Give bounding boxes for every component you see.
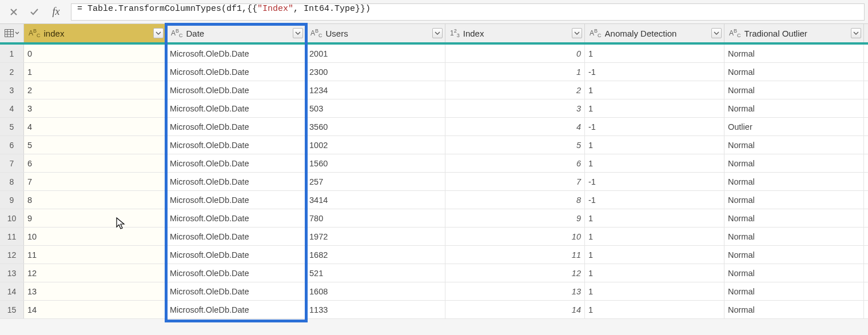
cell-date[interactable]: Microsoft.OleDb.Date (166, 63, 306, 81)
cell-idx2[interactable]: 10 (445, 228, 585, 245)
cell-trad[interactable]: Normal (724, 173, 864, 190)
cell-anom[interactable]: 1 (585, 282, 724, 300)
column-filter-button[interactable] (572, 28, 582, 38)
cell-anom[interactable]: 1 (585, 301, 724, 318)
cell-anom[interactable]: 1 (585, 81, 724, 99)
cell-users[interactable]: 521 (306, 264, 445, 282)
table-row[interactable]: 1312Microsoft.OleDb.Date521121Normal (0, 264, 868, 282)
cell-trad[interactable]: Normal (724, 45, 864, 62)
cell-users[interactable]: 503 (306, 99, 445, 117)
cell-users[interactable]: 1002 (306, 136, 445, 154)
row-number[interactable]: 9 (0, 191, 24, 209)
cell-anom[interactable]: -1 (585, 63, 724, 81)
table-row[interactable]: 32Microsoft.OleDb.Date123421Normal (0, 81, 868, 99)
column-header-date[interactable]: ABCDate (166, 24, 306, 42)
cell-users[interactable]: 1560 (306, 154, 445, 172)
table-row[interactable]: 76Microsoft.OleDb.Date156061Normal (0, 154, 868, 173)
cell-idx2[interactable]: 9 (445, 209, 585, 227)
cell-anom[interactable]: 1 (585, 136, 724, 154)
cell-trad[interactable]: Normal (724, 209, 864, 227)
cell-anom[interactable]: 1 (585, 246, 724, 264)
column-filter-button[interactable] (711, 28, 722, 38)
row-number[interactable]: 11 (0, 228, 24, 245)
cell-trad[interactable]: Normal (724, 228, 864, 245)
cell-users[interactable]: 1133 (306, 301, 445, 318)
column-header-users[interactable]: ABCUsers (306, 24, 445, 42)
column-header-trad[interactable]: ABCTradional Outlier (724, 24, 864, 42)
cell-users[interactable]: 2300 (306, 63, 445, 81)
cell-anom[interactable]: 1 (585, 209, 724, 227)
cell-index[interactable]: 9 (24, 209, 166, 227)
cell-date[interactable]: Microsoft.OleDb.Date (166, 246, 306, 264)
row-number[interactable]: 15 (0, 301, 24, 318)
cell-index[interactable]: 11 (24, 246, 166, 264)
cell-idx2[interactable]: 3 (445, 99, 585, 117)
cell-idx2[interactable]: 11 (445, 246, 585, 264)
cell-idx2[interactable]: 1 (445, 63, 585, 81)
cell-index[interactable]: 14 (24, 301, 166, 318)
row-number[interactable]: 3 (0, 81, 24, 99)
table-row[interactable]: 65Microsoft.OleDb.Date100251Normal (0, 136, 868, 154)
cell-idx2[interactable]: 2 (445, 81, 585, 99)
cell-idx2[interactable]: 6 (445, 154, 585, 172)
table-row[interactable]: 43Microsoft.OleDb.Date50331Normal (0, 99, 868, 118)
cell-index[interactable]: 5 (24, 136, 166, 154)
cell-trad[interactable]: Normal (724, 81, 864, 99)
table-row[interactable]: 109Microsoft.OleDb.Date78091Normal (0, 209, 868, 228)
cell-date[interactable]: Microsoft.OleDb.Date (166, 154, 306, 172)
cell-anom[interactable]: 1 (585, 264, 724, 282)
cell-date[interactable]: Microsoft.OleDb.Date (166, 228, 306, 245)
table-row[interactable]: 54Microsoft.OleDb.Date35604-1Outlier (0, 118, 868, 136)
cell-anom[interactable]: -1 (585, 118, 724, 135)
cell-index[interactable]: 12 (24, 264, 166, 282)
cell-trad[interactable]: Normal (724, 246, 864, 264)
cell-index[interactable]: 2 (24, 81, 166, 99)
select-all-corner[interactable] (0, 24, 24, 42)
row-number[interactable]: 2 (0, 63, 24, 81)
cell-anom[interactable]: 1 (585, 45, 724, 62)
cell-trad[interactable]: Normal (724, 154, 864, 172)
cell-idx2[interactable]: 4 (445, 118, 585, 135)
cell-users[interactable]: 2001 (306, 45, 445, 62)
column-filter-button[interactable] (153, 28, 164, 38)
cell-date[interactable]: Microsoft.OleDb.Date (166, 264, 306, 282)
row-number[interactable]: 4 (0, 99, 24, 117)
cell-users[interactable]: 780 (306, 209, 445, 227)
row-number[interactable]: 1 (0, 45, 24, 62)
cell-date[interactable]: Microsoft.OleDb.Date (166, 301, 306, 318)
cell-date[interactable]: Microsoft.OleDb.Date (166, 136, 306, 154)
table-row[interactable]: 87Microsoft.OleDb.Date2577-1Normal (0, 173, 868, 191)
formula-accept-button[interactable] (24, 3, 45, 21)
cell-index[interactable]: 13 (24, 282, 166, 300)
cell-idx2[interactable]: 0 (445, 45, 585, 62)
cell-anom[interactable]: -1 (585, 173, 724, 190)
cell-anom[interactable]: -1 (585, 191, 724, 209)
table-row[interactable]: 98Microsoft.OleDb.Date34148-1Normal (0, 191, 868, 209)
table-row[interactable]: 21Microsoft.OleDb.Date23001-1Normal (0, 63, 868, 81)
cell-index[interactable]: 6 (24, 154, 166, 172)
cell-index[interactable]: 8 (24, 191, 166, 209)
row-number[interactable]: 5 (0, 118, 24, 135)
cell-users[interactable]: 1682 (306, 246, 445, 264)
cell-trad[interactable]: Outlier (724, 118, 864, 135)
cell-users[interactable]: 257 (306, 173, 445, 190)
cell-idx2[interactable]: 14 (445, 301, 585, 318)
cell-date[interactable]: Microsoft.OleDb.Date (166, 173, 306, 190)
cell-users[interactable]: 1972 (306, 228, 445, 245)
cell-trad[interactable]: Normal (724, 264, 864, 282)
table-row[interactable]: 1413Microsoft.OleDb.Date1608131Normal (0, 282, 868, 301)
row-number[interactable]: 14 (0, 282, 24, 300)
formula-cancel-button[interactable] (3, 3, 24, 21)
cell-date[interactable]: Microsoft.OleDb.Date (166, 81, 306, 99)
cell-trad[interactable]: Normal (724, 282, 864, 300)
column-filter-button[interactable] (851, 28, 861, 38)
row-number[interactable]: 10 (0, 209, 24, 227)
cell-date[interactable]: Microsoft.OleDb.Date (166, 191, 306, 209)
cell-index[interactable]: 4 (24, 118, 166, 135)
row-number[interactable]: 13 (0, 264, 24, 282)
cell-index[interactable]: 0 (24, 45, 166, 62)
cell-index[interactable]: 7 (24, 173, 166, 190)
cell-trad[interactable]: Normal (724, 191, 864, 209)
cell-anom[interactable]: 1 (585, 228, 724, 245)
cell-anom[interactable]: 1 (585, 154, 724, 172)
